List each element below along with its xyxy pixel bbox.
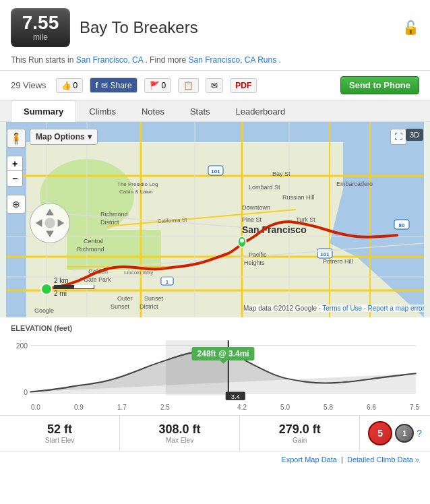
badge-help-icon[interactable]: ? (417, 428, 422, 439)
bookmark-count: 0 (162, 81, 166, 90)
bookmark-icon: 🚩 (150, 81, 160, 90)
views-count: 29 Views (11, 80, 47, 90)
x-0.9: 0.9 (74, 404, 84, 411)
subtitle-middle: . Find more (145, 55, 186, 65)
street-view-button[interactable]: 🧍 (7, 129, 26, 148)
subtitle-suffix: . (279, 55, 281, 65)
svg-marker-60 (46, 231, 54, 238)
elevation-title: ELEVATION (feet) (11, 324, 419, 332)
svg-text:Pine St: Pine St (242, 216, 262, 223)
achievement-badge-secondary[interactable]: 1 (395, 424, 414, 443)
svg-marker-59 (46, 209, 54, 216)
bookmark-button[interactable]: 🚩 0 (144, 78, 172, 93)
city-link-1[interactable]: San Francisco, CA (76, 55, 143, 65)
map-3d-button[interactable]: 3D (406, 129, 423, 141)
scale-km: 2 km (54, 277, 94, 284)
stat-gain-label: Gain (248, 437, 351, 444)
svg-text:101: 101 (320, 251, 330, 257)
stat-max-elev: 308.0 ft Max Elev (120, 416, 240, 451)
elevation-chart[interactable]: 200 0 3.4 248ft @ 3.4mi (11, 335, 419, 402)
stat-gain: 279.0 ft Gain (240, 416, 360, 451)
stat-start-elev: 52 ft Start Elev (0, 416, 120, 451)
svg-text:Sunset: Sunset (144, 295, 164, 302)
svg-marker-62 (58, 219, 65, 227)
copy-button[interactable]: 📋 (178, 78, 199, 93)
pdf-icon: PDF (235, 81, 251, 90)
share-label: Share (111, 81, 132, 90)
svg-text:101: 101 (211, 168, 220, 175)
stat-gain-value: 279.0 ft (248, 422, 351, 437)
footer-links: Export Map Data | Detailed Climb Data » (0, 451, 430, 468)
achievement-badge-main[interactable]: 5 (368, 421, 392, 445)
send-to-phone-button[interactable]: Send to Phone (340, 76, 419, 94)
svg-text:Central: Central (84, 238, 103, 245)
svg-text:Potrero Hill: Potrero Hill (323, 258, 353, 265)
svg-text:Cabin & Lawn: Cabin & Lawn (119, 189, 153, 195)
city-link-2[interactable]: San Francisco, CA Runs (188, 55, 276, 65)
svg-text:Embarcadero: Embarcadero (336, 181, 373, 187)
svg-text:0: 0 (24, 389, 28, 396)
tab-leaderboard[interactable]: Leaderboard (223, 100, 299, 122)
email-button[interactable]: ✉ (206, 78, 223, 93)
report-link[interactable]: Report a map error (368, 305, 425, 312)
mail-icon: ✉ (211, 81, 218, 90)
svg-marker-61 (36, 219, 42, 227)
pdf-button[interactable]: PDF (230, 78, 257, 93)
x-6.6: 6.6 (367, 404, 376, 411)
svg-text:Downtown: Downtown (242, 204, 270, 211)
tab-notes[interactable]: Notes (129, 100, 177, 122)
pan-control[interactable] (30, 203, 70, 243)
map-options-button[interactable]: Map Options ▾ (30, 129, 98, 145)
elevation-x-axis: 0.0 0.9 1.7 2.5 4.2 5.0 5.8 6.6 7.5 (11, 402, 419, 411)
elevation-tooltip: 248ft @ 3.4mi (192, 347, 255, 360)
svg-text:District: District (140, 303, 158, 310)
svg-text:Sunset: Sunset (111, 303, 130, 310)
stat-start-elev-label: Start Elev (8, 437, 111, 444)
badge-secondary-number: 1 (402, 429, 406, 437)
tabs: Summary Climbs Notes Stats Leaderboard (0, 100, 430, 122)
tab-summary[interactable]: Summary (11, 100, 76, 122)
zoom-out-button[interactable]: − (7, 171, 22, 186)
svg-point-57 (240, 239, 244, 243)
zoom-in-button[interactable]: + (7, 156, 22, 171)
facebook-share-button[interactable]: f ✉ Share (90, 77, 137, 93)
svg-text:80: 80 (399, 222, 405, 228)
svg-text:San Francisco: San Francisco (242, 224, 307, 235)
export-map-link[interactable]: Export Map Data (281, 455, 337, 464)
x-1.7: 1.7 (117, 404, 127, 411)
fullscreen-button[interactable]: ⛶ (390, 129, 406, 145)
zoom-controls: + − (7, 156, 23, 187)
lock-icon[interactable]: 🔓 (402, 20, 419, 36)
crosshair-button[interactable]: ⊕ (7, 195, 26, 214)
subtitle: This Run starts in San Francisco, CA . F… (0, 53, 430, 71)
pan-arrows (30, 203, 69, 243)
x-2.5: 2.5 (160, 404, 170, 411)
tab-climbs[interactable]: Climbs (76, 100, 129, 122)
stat-max-elev-label: Max Elev (128, 437, 231, 444)
distance-value: 7.55 (22, 13, 59, 32)
svg-text:Richmond: Richmond (77, 246, 104, 253)
crosshair-icon: ⊕ (12, 199, 20, 210)
email-icon: ✉ (101, 81, 108, 90)
map-options-arrow: ▾ (88, 132, 92, 141)
thumbs-up-icon: 👍 (61, 81, 71, 90)
svg-text:Outer: Outer (117, 295, 133, 302)
stats-bar: 52 ft Start Elev 308.0 ft Max Elev 279.0… (0, 416, 430, 451)
terms-link[interactable]: Terms of Use (322, 305, 362, 312)
svg-rect-2 (6, 122, 26, 317)
facebook-icon: f (95, 80, 98, 90)
scale-mi: 2 mi (54, 290, 94, 297)
map-container[interactable]: 101 101 80 1 California St Lincoln Way S… (0, 122, 430, 317)
svg-point-55 (41, 284, 52, 294)
svg-text:Lincoln Way: Lincoln Way (124, 270, 153, 276)
distance-badge: 7.55 mile (11, 8, 70, 47)
like-count: 0 (73, 81, 78, 90)
x-7.5: 7.5 (410, 404, 419, 411)
elevation-svg: 200 0 3.4 (11, 335, 419, 402)
x-5.0: 5.0 (280, 404, 290, 411)
like-button[interactable]: 👍 0 (56, 78, 84, 93)
detailed-climb-link[interactable]: Detailed Climb Data » (347, 455, 419, 464)
svg-point-63 (44, 218, 55, 228)
tab-stats[interactable]: Stats (177, 100, 223, 122)
svg-text:Pacific: Pacific (249, 251, 267, 258)
